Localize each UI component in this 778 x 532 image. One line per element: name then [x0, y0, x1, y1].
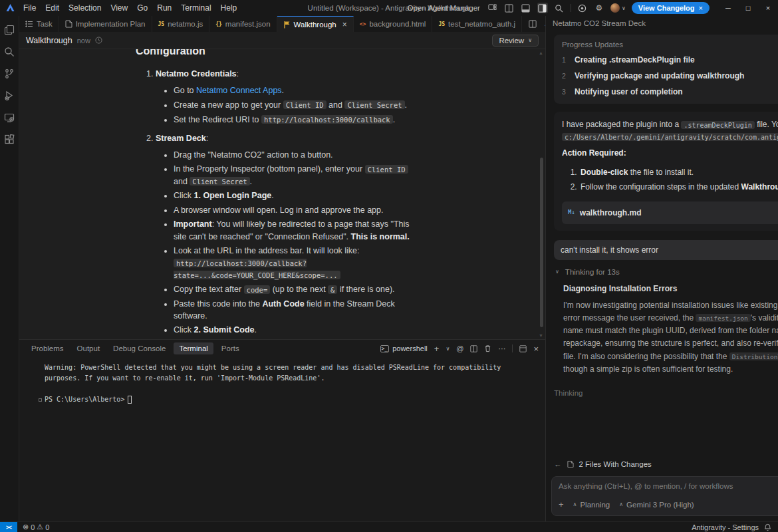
- customize-layout-icon[interactable]: [487, 3, 498, 13]
- more-actions-icon[interactable]: ⋯: [498, 344, 505, 353]
- review-label: Review: [499, 37, 524, 45]
- problems-status[interactable]: ⊗ 0 ⚠ 0: [23, 523, 49, 531]
- toggle-secondary-sidebar-icon[interactable]: [537, 3, 548, 13]
- tab-problems[interactable]: Problems: [26, 342, 69, 354]
- list-item: Important: You will likely be redirected…: [174, 218, 423, 242]
- split-editor-icon[interactable]: [504, 3, 515, 13]
- file-chip-walkthrough-md[interactable]: M↓ walkthrough.md Open: [562, 201, 778, 224]
- menu-file[interactable]: File: [19, 2, 41, 14]
- tab-netatmo-js[interactable]: JS netatmo.js: [152, 16, 210, 32]
- split-editor-icon[interactable]: [529, 20, 537, 28]
- account-menu[interactable]: ∨: [610, 3, 626, 13]
- minimize-button[interactable]: ─: [718, 0, 738, 16]
- record-icon[interactable]: [577, 3, 588, 13]
- agent-input-placeholder[interactable]: Ask anything (Ctrl+L), @ to mention, / f…: [559, 482, 778, 490]
- split-terminal-icon[interactable]: [470, 345, 477, 352]
- close-window-button[interactable]: ×: [758, 0, 778, 16]
- tab-terminal[interactable]: Terminal: [174, 342, 213, 354]
- tab-task[interactable]: Task: [19, 16, 59, 32]
- menu-selection[interactable]: Selection: [64, 2, 106, 14]
- extensions-icon[interactable]: [3, 134, 15, 146]
- menu-help[interactable]: Help: [216, 2, 242, 14]
- thinking-status-label: Thinking: [554, 389, 778, 397]
- terminal-shell-selector[interactable]: >_ powershell: [380, 344, 428, 352]
- walkthrough-title: Walkthrough: [26, 36, 72, 45]
- command-decoration-icon: [39, 398, 42, 402]
- agent-input-box[interactable]: Ask anything (Ctrl+L), @ to mention, / f…: [551, 476, 778, 516]
- tab-walkthrough[interactable]: Walkthrough ×: [277, 16, 354, 32]
- tab-implementation-plan[interactable]: Implementation Plan: [59, 16, 152, 32]
- agent-conversation-title: Netatmo CO2 Stream Deck: [553, 19, 646, 27]
- bell-icon[interactable]: [764, 523, 771, 531]
- gear-icon[interactable]: ⚙: [594, 3, 604, 13]
- chevron-down-icon[interactable]: ∨: [446, 346, 450, 352]
- tab-manifest-json[interactable]: {} manifest.json: [209, 16, 277, 32]
- files-with-changes-bar: ← 2 Files With Changes Reject all Accept…: [546, 456, 778, 472]
- progress-updates-title: Progress Updates: [562, 41, 623, 49]
- mention-icon[interactable]: @: [456, 344, 463, 352]
- terminal[interactable]: Warning: PowerShell detected that you mi…: [19, 357, 545, 521]
- add-context-icon[interactable]: +: [559, 499, 564, 509]
- new-terminal-icon[interactable]: +: [434, 344, 440, 354]
- editor-tab-bar: Task Implementation Plan JS netatmo.js {…: [19, 16, 545, 32]
- scroll-down-icon[interactable]: ▼: [539, 333, 543, 338]
- tab-test-netatmo-auth[interactable]: JS test_netatmo_auth.j: [432, 16, 522, 32]
- agent-conversation[interactable]: Progress Updates Expand all ‹ 1 Creating…: [546, 31, 778, 456]
- chevron-up-icon: ∧: [573, 501, 577, 507]
- run-debug-icon[interactable]: [3, 90, 15, 102]
- search-icon[interactable]: [554, 3, 565, 13]
- terminal-prompt[interactable]: PS C:\Users\Alberto>: [45, 394, 539, 405]
- kill-terminal-icon[interactable]: [484, 344, 491, 352]
- menu-go[interactable]: Go: [132, 2, 152, 14]
- titlebar-separator: [571, 4, 571, 12]
- agent-panel: Netatmo CO2 Stream Deck + ↺ ⋯ × Progress…: [545, 16, 778, 521]
- progress-item-label: Verifying package and updating walkthrou…: [575, 71, 744, 80]
- close-tab-icon[interactable]: ×: [342, 20, 347, 29]
- walkthrough-document[interactable]: Configuration Netatmo Credentials: Go to…: [19, 49, 545, 339]
- antigravity-settings-label[interactable]: Antigravity - Settings: [692, 523, 759, 531]
- files-with-changes-label[interactable]: 2 Files With Changes: [579, 460, 652, 468]
- toggle-panel-icon[interactable]: [521, 3, 531, 13]
- tab-label: netatmo.js: [168, 20, 203, 28]
- thinking-toggle[interactable]: ∨ Thinking for 13s: [555, 268, 778, 276]
- explorer-icon[interactable]: [3, 24, 15, 36]
- agent-message: I have packaged the plugin into a .strea…: [554, 112, 778, 231]
- source-control-icon[interactable]: [3, 68, 15, 80]
- menu-terminal[interactable]: Terminal: [176, 2, 215, 14]
- progress-item[interactable]: 3 Notifying user of completion: [562, 87, 778, 96]
- editor-scrollbar[interactable]: [540, 158, 543, 327]
- javascript-icon: JS: [438, 21, 445, 27]
- shell-label: powershell: [392, 344, 428, 352]
- menu-run[interactable]: Run: [152, 2, 176, 14]
- maximize-panel-icon[interactable]: [519, 345, 527, 352]
- list-item: Stream Deck: Drag the "Netatmo CO2" acti…: [156, 132, 423, 339]
- search-icon[interactable]: [3, 46, 15, 58]
- review-button[interactable]: Review ∨: [492, 35, 539, 47]
- model-selector[interactable]: ∧ Gemini 3 Pro (High): [619, 501, 694, 509]
- menu-view[interactable]: View: [106, 2, 132, 14]
- list-item: Netatmo Credentials: Go to Netatmo Conne…: [156, 68, 423, 126]
- remote-explorer-icon[interactable]: [3, 112, 15, 124]
- back-icon[interactable]: ←: [554, 460, 562, 468]
- agent-panel-header: Netatmo CO2 Stream Deck + ↺ ⋯ ×: [546, 16, 778, 31]
- progress-item[interactable]: 1 Creating .streamDeckPlugin file: [562, 55, 778, 65]
- bottom-panel: Problems Output Debug Console Terminal P…: [19, 339, 545, 521]
- view-changelog-button[interactable]: View Changelog ×: [632, 2, 710, 14]
- mode-selector[interactable]: ∧ Planning: [573, 501, 610, 509]
- menu-edit[interactable]: Edit: [41, 2, 64, 14]
- scroll-up-icon[interactable]: ▲: [539, 51, 543, 55]
- walkthrough-timestamp: now: [77, 37, 90, 45]
- progress-item[interactable]: 2 Verifying package and updating walkthr…: [562, 71, 778, 80]
- remote-indicator[interactable]: ><: [0, 522, 17, 532]
- close-icon[interactable]: ×: [699, 4, 703, 12]
- chevron-down-icon: ∨: [555, 269, 559, 275]
- tab-background-html[interactable]: <> background.html: [354, 16, 433, 32]
- tab-ports[interactable]: Ports: [216, 342, 245, 354]
- tab-debug-console[interactable]: Debug Console: [108, 342, 171, 354]
- history-clock-icon[interactable]: [95, 37, 102, 44]
- close-panel-icon[interactable]: ×: [533, 344, 539, 354]
- tab-output[interactable]: Output: [72, 342, 106, 354]
- thinking-duration-label: Thinking for 13s: [565, 268, 620, 276]
- maximize-button[interactable]: □: [738, 0, 758, 16]
- open-agent-manager-button[interactable]: Open Agent Manager: [408, 4, 480, 12]
